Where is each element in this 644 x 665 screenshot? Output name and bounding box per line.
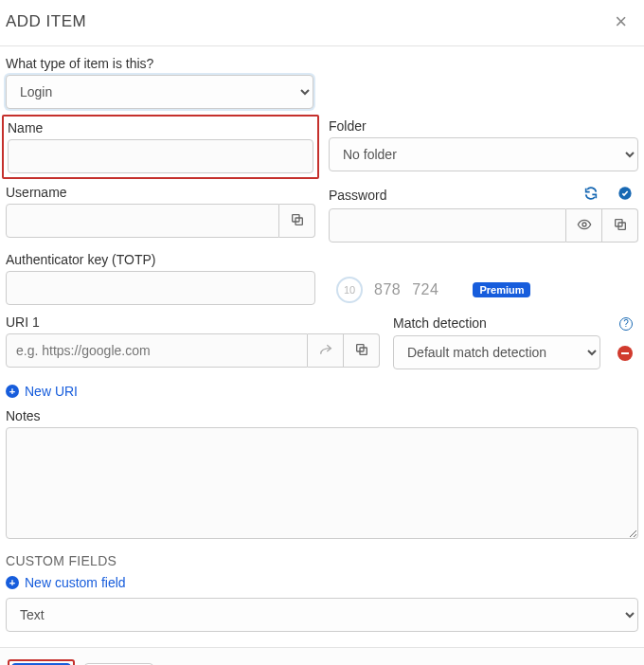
folder-group: Folder No folder xyxy=(329,118,638,175)
notes-label: Notes xyxy=(6,408,638,423)
notes-group: Notes xyxy=(6,408,638,542)
totp-code-a: 878 xyxy=(374,281,401,298)
new-custom-field-link[interactable]: + New custom field xyxy=(6,575,126,590)
username-input[interactable] xyxy=(6,204,279,238)
totp-label: Authenticator key (TOTP) xyxy=(6,252,315,267)
name-input[interactable] xyxy=(8,139,313,173)
copy-uri-button[interactable] xyxy=(344,333,380,368)
item-type-group: What type of item is this? Login xyxy=(6,56,638,109)
check-circle-icon xyxy=(617,189,633,204)
arrow-share-icon xyxy=(318,342,333,360)
name-label: Name xyxy=(8,120,313,135)
custom-fields-title: CUSTOM FIELDS xyxy=(6,553,638,568)
password-label: Password xyxy=(329,188,386,203)
plus-circle-icon: + xyxy=(6,576,19,589)
toggle-password-button[interactable] xyxy=(566,208,602,243)
copy-password-button[interactable] xyxy=(602,208,638,243)
help-icon: ? xyxy=(619,317,633,331)
notes-input[interactable] xyxy=(6,427,638,539)
password-group: Password xyxy=(329,185,638,243)
username-group: Username xyxy=(6,185,315,243)
copy-icon xyxy=(354,342,369,360)
totp-input[interactable] xyxy=(6,271,315,305)
remove-icon xyxy=(617,346,633,361)
uri-input[interactable] xyxy=(6,333,308,368)
uri-label: URI 1 xyxy=(6,315,380,330)
username-label: Username xyxy=(6,185,315,200)
new-custom-field-label: New custom field xyxy=(25,575,126,590)
copy-icon xyxy=(290,212,305,230)
match-help-button[interactable]: ? xyxy=(614,315,638,332)
eye-icon xyxy=(577,217,592,235)
match-label: Match detection xyxy=(393,315,487,331)
generate-password-button[interactable] xyxy=(578,185,604,205)
folder-select[interactable]: No folder xyxy=(329,137,638,171)
add-item-dialog: ADD ITEM × What type of item is this? Lo… xyxy=(0,0,644,665)
svg-point-3 xyxy=(582,223,586,226)
plus-circle-icon: + xyxy=(6,385,19,398)
copy-totp-button[interactable] xyxy=(450,282,461,298)
item-type-select[interactable]: Login xyxy=(6,75,313,109)
name-group: Name xyxy=(6,118,315,175)
match-select[interactable]: Default match detection xyxy=(393,335,600,369)
close-button[interactable]: × xyxy=(615,11,627,32)
dialog-title: ADD ITEM xyxy=(6,12,86,31)
totp-code-b: 724 xyxy=(412,281,438,298)
check-password-button[interactable] xyxy=(612,185,638,205)
match-group: Match detection ? Default match detectio… xyxy=(393,315,638,369)
password-input[interactable] xyxy=(329,208,566,243)
launch-uri-button[interactable] xyxy=(308,333,344,368)
totp-countdown: 10 xyxy=(336,277,363,303)
premium-badge: Premium xyxy=(473,282,530,297)
item-type-label: What type of item is this? xyxy=(6,56,638,71)
new-uri-link[interactable]: + New URI xyxy=(6,384,78,399)
copy-username-button[interactable] xyxy=(279,204,315,238)
uri-group: URI 1 xyxy=(6,315,380,369)
folder-label: Folder xyxy=(329,118,638,134)
totp-group: Authenticator key (TOTP) xyxy=(6,252,315,305)
new-uri-label: New URI xyxy=(25,384,78,399)
custom-field-type-select[interactable]: Text xyxy=(6,598,638,632)
remove-uri-button[interactable] xyxy=(612,342,638,362)
copy-icon xyxy=(613,217,628,235)
dialog-header: ADD ITEM × xyxy=(0,0,644,46)
dialog-footer: Save Cancel xyxy=(0,647,644,666)
refresh-icon xyxy=(583,189,599,204)
dialog-body: What type of item is this? Login Name Fo… xyxy=(0,46,644,647)
totp-preview: 10 878 724 Premium xyxy=(329,252,638,315)
